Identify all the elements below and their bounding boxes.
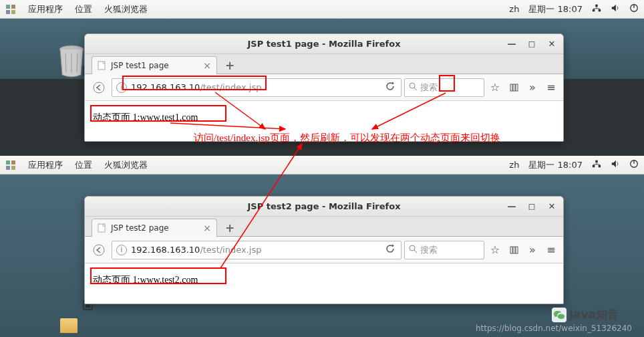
activities-icon <box>5 160 16 171</box>
search-placeholder: 搜索 <box>420 82 438 94</box>
svg-point-39 <box>410 245 415 251</box>
window-titlebar[interactable]: JSP test2 page - Mozilla Firefox — ◻ ✕ <box>85 197 563 217</box>
menu-firefox[interactable]: 火狐浏览器 <box>104 3 148 15</box>
lang-indicator[interactable]: zh <box>509 160 519 170</box>
tab-bar: JSP test2 page × + <box>85 217 563 237</box>
search-bar[interactable]: 搜索 <box>404 78 484 97</box>
new-tab-button[interactable]: + <box>221 219 238 236</box>
close-button[interactable]: ✕ <box>544 199 559 213</box>
tab-active[interactable]: JSP test2 page × <box>92 219 217 237</box>
back-button[interactable] <box>89 241 109 259</box>
reload-button[interactable] <box>383 80 397 95</box>
svg-rect-6 <box>599 9 601 12</box>
trash-icon[interactable] <box>57 44 86 78</box>
svg-rect-30 <box>599 165 601 168</box>
menu-places[interactable]: 位置 <box>75 3 92 15</box>
back-button[interactable] <box>89 78 109 97</box>
svg-rect-29 <box>593 165 595 168</box>
window-title: JSP test2 page - Mozilla Firefox <box>247 201 400 211</box>
power-icon[interactable] <box>629 159 639 171</box>
toolbar: i 192.168.163.10/test/index.jsp 搜索 ☆ » ≡ <box>85 237 563 263</box>
svg-rect-22 <box>513 84 515 91</box>
svg-rect-26 <box>6 166 10 170</box>
svg-rect-36 <box>98 224 105 232</box>
date-time[interactable]: 星期一 18:07 <box>528 159 583 171</box>
network-icon[interactable] <box>592 3 601 15</box>
svg-line-40 <box>414 250 417 253</box>
svg-rect-25 <box>11 160 15 164</box>
gnome-top-bar: 应用程序 位置 火狐浏览器 zh 星期一 18:07 <box>0 0 644 19</box>
maximize-button[interactable]: ◻ <box>524 199 539 213</box>
svg-point-37 <box>94 245 104 255</box>
overflow-icon[interactable]: » <box>524 241 540 259</box>
maximize-button[interactable]: ◻ <box>524 36 539 51</box>
svg-point-19 <box>410 83 415 88</box>
svg-rect-2 <box>6 10 10 14</box>
favicon-blank-icon <box>98 223 107 233</box>
hamburger-menu-icon[interactable]: ≡ <box>543 241 559 259</box>
volume-icon[interactable] <box>611 159 620 171</box>
svg-marker-18 <box>392 82 394 84</box>
close-button[interactable]: ✕ <box>544 36 559 51</box>
overflow-icon[interactable]: » <box>524 78 540 97</box>
watermark-url: https://blog.csdn.net/weixin_51326240 <box>476 324 632 333</box>
svg-rect-4 <box>595 5 598 7</box>
svg-marker-38 <box>392 244 394 247</box>
page-content: 动态页面 1:www.test2.com <box>85 263 563 304</box>
page-body-text: 动态页面 1:www.test2.com <box>92 273 199 288</box>
folder-icon[interactable] <box>60 318 77 333</box>
svg-rect-0 <box>6 5 10 9</box>
reload-button[interactable] <box>383 242 397 257</box>
minimize-button[interactable]: — <box>504 199 519 213</box>
annotation-text: 访问/test/index.jsp页面，然后刷新，可以发现在两个动态页面来回切换 <box>194 132 500 144</box>
svg-rect-5 <box>593 9 595 12</box>
tab-active[interactable]: JSP test1 page × <box>92 56 217 74</box>
search-bar[interactable]: 搜索 <box>404 241 484 259</box>
svg-rect-24 <box>6 160 10 164</box>
tab-label: JSP test2 page <box>111 223 169 233</box>
lang-indicator[interactable]: zh <box>509 4 519 14</box>
svg-line-20 <box>414 88 417 90</box>
tab-close-icon[interactable]: × <box>203 223 211 233</box>
url-bar[interactable]: i 192.168.163.10/test/index.jsp <box>112 241 401 259</box>
svg-rect-1 <box>11 5 15 9</box>
tab-close-icon[interactable]: × <box>203 60 211 71</box>
library-icon[interactable] <box>506 78 522 97</box>
menu-firefox[interactable]: 火狐浏览器 <box>104 159 148 171</box>
window-title: JSP test1 page - Mozilla Firefox <box>247 39 400 49</box>
activities-icon <box>5 4 16 15</box>
url-text: 192.168.163.10/test/index.jsp <box>131 245 379 255</box>
svg-marker-7 <box>612 5 616 12</box>
bookmark-star-icon[interactable]: ☆ <box>487 78 503 97</box>
svg-rect-23 <box>516 84 518 91</box>
svg-rect-3 <box>11 10 15 14</box>
hamburger-menu-icon[interactable]: ≡ <box>543 78 559 97</box>
site-info-icon[interactable]: i <box>116 245 127 255</box>
window-titlebar[interactable]: JSP test1 page - Mozilla Firefox — ◻ ✕ <box>85 34 563 54</box>
watermark-brand: Java知音 <box>552 307 619 322</box>
bookmark-star-icon[interactable]: ☆ <box>487 241 503 259</box>
power-icon[interactable] <box>629 3 639 15</box>
library-icon[interactable] <box>506 241 522 259</box>
date-time[interactable]: 星期一 18:07 <box>528 3 583 15</box>
page-body-text: 动态页面 1:www.test1.com <box>92 110 199 125</box>
menu-places[interactable]: 位置 <box>75 159 92 171</box>
svg-rect-41 <box>510 247 512 253</box>
url-bar[interactable]: i 192.168.163.10/test/index.jsp <box>112 78 401 97</box>
site-info-icon[interactable]: i <box>116 82 127 93</box>
tab-label: JSP test1 page <box>111 61 169 70</box>
svg-marker-31 <box>612 160 616 168</box>
new-tab-button[interactable]: + <box>221 57 238 74</box>
svg-rect-16 <box>98 62 105 70</box>
svg-rect-21 <box>510 84 512 91</box>
browser-window-2: JSP test2 page - Mozilla Firefox — ◻ ✕ J… <box>84 196 564 304</box>
volume-icon[interactable] <box>611 3 620 15</box>
minimize-button[interactable]: — <box>504 36 519 51</box>
svg-rect-28 <box>595 160 598 163</box>
menu-applications[interactable]: 应用程序 <box>28 159 63 171</box>
network-icon[interactable] <box>592 159 601 171</box>
gnome-top-bar: 应用程序 位置 火狐浏览器 zh 星期一 18:07 <box>0 156 644 175</box>
url-text: 192.168.163.10/test/index.jsp <box>131 82 379 92</box>
svg-rect-42 <box>513 247 515 253</box>
menu-applications[interactable]: 应用程序 <box>28 3 63 15</box>
